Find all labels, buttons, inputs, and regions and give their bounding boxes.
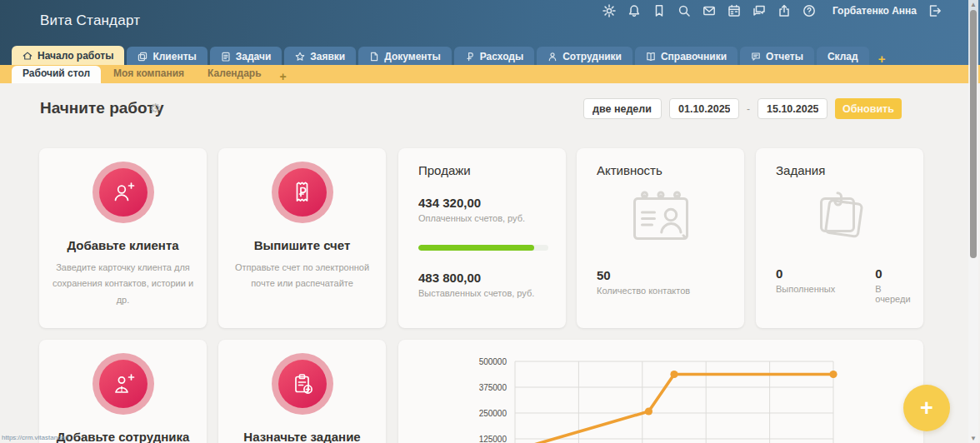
add-client-card[interactable]: Добавьте клиента Заведите карточку клиен… — [39, 148, 207, 328]
page-title: Начните работу — [40, 99, 164, 117]
date-from-input[interactable] — [669, 98, 739, 119]
period-select[interactable] — [583, 98, 662, 119]
activity-card: Активность 50 Количество контактов — [577, 148, 744, 328]
card-title: Назначьте задание — [218, 430, 386, 443]
tab-employees[interactable]: Сотрудники — [537, 47, 632, 66]
settings-icon[interactable] — [602, 3, 617, 17]
report-icon — [751, 52, 761, 62]
card-description: Отправьте счет по электронной почте или … — [230, 260, 374, 292]
app-title: Вита Стандарт — [40, 12, 140, 29]
tasks-queued-label: В очереди — [875, 284, 910, 304]
svg-text:125000: 125000 — [479, 435, 508, 443]
tab-tasks[interactable]: Задачи — [210, 47, 282, 66]
main-tabs: Начало работы Клиенты Задачи Заявки Доку… — [12, 46, 892, 66]
vertical-scrollbar[interactable]: ▲ ▼ — [968, 0, 978, 443]
tab-label: Отчеты — [766, 51, 803, 62]
svg-text:500000: 500000 — [479, 357, 508, 366]
sales-chart-card: 500000375000250000125000 — [398, 340, 923, 443]
sales-progress-bar — [418, 245, 548, 251]
date-to-input[interactable] — [758, 98, 828, 119]
subtab-bar: Рабочий стол Моя компания Календарь + — [0, 65, 980, 83]
mail-icon[interactable] — [702, 3, 717, 17]
tab-home[interactable]: Начало работы — [12, 46, 124, 66]
subtab-desktop[interactable]: Рабочий стол — [12, 66, 101, 83]
calendar-icon[interactable] — [728, 3, 742, 17]
help-icon[interactable] — [802, 3, 817, 17]
paid-invoices-label: Оплаченных счетов, руб. — [418, 213, 546, 223]
tab-expenses[interactable]: Расходы — [454, 47, 534, 66]
sticky-notes-icon — [776, 187, 903, 245]
tab-label: Документы — [384, 51, 440, 62]
page-settings-gear-icon[interactable]: ⚙ — [150, 101, 161, 116]
star-icon — [295, 52, 305, 62]
bookmark-icon[interactable] — [652, 3, 667, 17]
logout-icon[interactable] — [928, 3, 942, 17]
subtab-calendar[interactable]: Календарь — [197, 66, 272, 83]
contacts-value: 50 — [597, 268, 724, 282]
add-subtab-button[interactable]: + — [274, 69, 292, 83]
notifications-icon[interactable] — [628, 3, 642, 17]
add-employee-card[interactable]: Добавьте сотрудника — [39, 340, 207, 443]
tasks-card: Задания 0 Выполненных 0 В очереди — [756, 148, 923, 328]
tasks-queued-value: 0 — [875, 266, 910, 281]
tab-requests[interactable]: Заявки — [284, 47, 356, 66]
tasks-done-label: Выполненных — [776, 284, 835, 294]
contact-card-icon — [597, 187, 724, 245]
home-icon — [22, 51, 32, 61]
card-description: Заведите карточку клиента для сохранения… — [51, 260, 195, 308]
create-invoice-card[interactable]: Выпишите счет Отправьте счет по электрон… — [218, 148, 386, 328]
tasks-done-value: 0 — [776, 266, 835, 281]
copy-icon — [138, 52, 148, 62]
topbar-icon-row: Горбатенко Анна — [602, 3, 942, 17]
scroll-down-arrow-icon[interactable]: ▼ — [969, 435, 978, 442]
sales-progress-fill — [418, 245, 534, 251]
scroll-up-arrow-icon[interactable]: ▲ — [969, 1, 978, 8]
invoice-ruble-icon — [290, 180, 315, 205]
person-plus-icon — [111, 180, 136, 205]
tab-label: Справочники — [661, 51, 727, 62]
assign-task-card[interactable]: Назначьте задание — [218, 340, 386, 443]
add-client-circle — [92, 162, 154, 223]
book-icon — [646, 52, 656, 62]
tab-reports[interactable]: Отчеты — [740, 47, 814, 66]
employee-plus-icon — [111, 371, 136, 396]
fab-add-button[interactable]: + — [903, 385, 950, 431]
svg-text:375000: 375000 — [479, 383, 508, 392]
clipboard-plus-icon — [290, 371, 315, 396]
person-icon — [548, 52, 558, 62]
filter-bar: - Обновить — [583, 98, 902, 119]
billed-invoices-value: 483 800,00 — [418, 271, 546, 285]
tab-clients[interactable]: Клиенты — [127, 47, 207, 66]
subtabs: Рабочий стол Моя компания Календарь + — [12, 65, 292, 83]
clipboard-icon — [221, 52, 231, 62]
tab-label: Начало работы — [38, 50, 113, 62]
card-title: Активность — [597, 163, 724, 177]
refresh-button[interactable]: Обновить — [835, 98, 902, 119]
tab-label: Сотрудники — [562, 51, 622, 62]
sales-card: Продажи 434 320,00 Оплаченных счетов, ру… — [398, 148, 566, 328]
chat-icon[interactable] — [752, 3, 767, 17]
contacts-label: Количество контактов — [597, 286, 724, 296]
search-icon[interactable] — [678, 3, 692, 17]
assign-task-circle — [272, 353, 333, 415]
svg-text:250000: 250000 — [479, 409, 508, 418]
tab-warehouse[interactable]: Склад — [817, 47, 869, 66]
sales-line-chart: 500000375000250000125000 — [398, 340, 923, 443]
export-icon[interactable] — [778, 3, 792, 17]
tab-documents[interactable]: Документы — [358, 47, 451, 66]
date-range-separator: - — [747, 103, 750, 115]
tab-directories[interactable]: Справочники — [635, 47, 738, 66]
billed-invoices-label: Выставленных счетов, руб. — [418, 288, 546, 298]
app-window: Вита Стандарт — [0, 0, 980, 443]
add-tab-button[interactable]: + — [872, 52, 892, 66]
create-invoice-circle — [272, 162, 333, 223]
tab-label: Расходы — [480, 51, 523, 62]
user-name[interactable]: Горбатенко Анна — [832, 5, 917, 17]
scrollbar-thumb[interactable] — [970, 10, 977, 258]
tab-label: Задачи — [236, 51, 272, 62]
tab-label: Заявки — [310, 51, 345, 62]
ruble-icon — [465, 52, 475, 62]
card-title: Продажи — [418, 163, 546, 177]
status-bar-link: https://crm.vitastandart... — [2, 434, 75, 441]
subtab-my-company[interactable]: Моя компания — [102, 66, 195, 83]
